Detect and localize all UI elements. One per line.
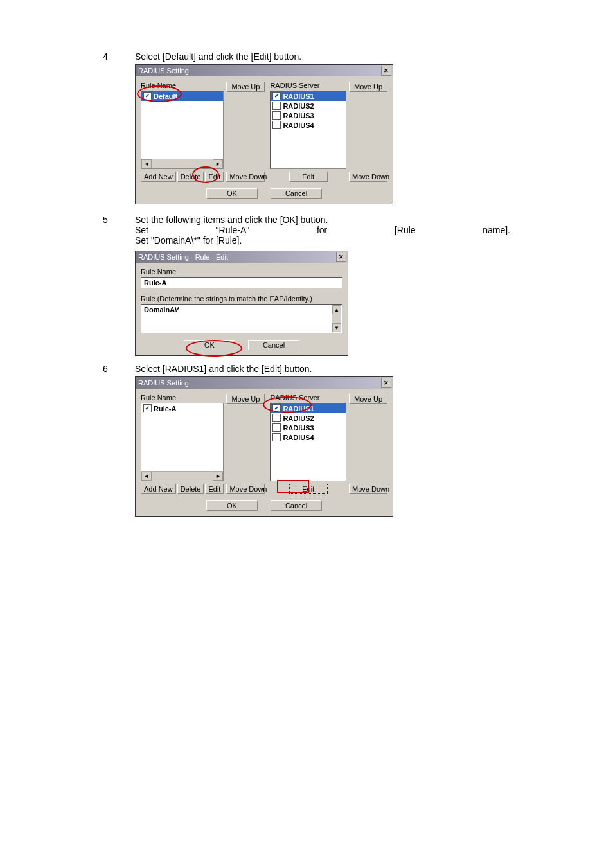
add-new-button[interactable]: Add New: [141, 484, 176, 494]
list-item[interactable]: RADIUS1: [271, 403, 346, 413]
move-down-button[interactable]: Move Down: [226, 172, 265, 182]
dialog3-title: RADIUS Setting: [138, 379, 189, 387]
rule-name-header: Rule Name: [141, 394, 224, 402]
move-down-button[interactable]: Move Down: [349, 172, 387, 182]
step6-text: Select [RADIUS1] and click the [Edit] bu…: [135, 364, 510, 374]
checkbox-icon[interactable]: [143, 92, 152, 100]
step4-text: Select [Default] and click the [Edit] bu…: [135, 51, 510, 62]
v-scrollbar[interactable]: ▲ ▼: [332, 305, 341, 332]
server-item-label: RADIUS1: [283, 93, 314, 100]
move-down-button[interactable]: Move Down: [226, 484, 265, 494]
titlebar: RADIUS Setting ✕: [136, 65, 393, 76]
radius-server-list[interactable]: RADIUS1 RADIUS2 RADIUS3: [270, 91, 346, 169]
server-item-label: RADIUS2: [283, 102, 314, 110]
checkbox-icon[interactable]: [272, 414, 281, 422]
server-item-label: RADIUS3: [283, 112, 314, 120]
move-down-button[interactable]: Move Down: [349, 484, 387, 494]
move-up-button[interactable]: Move Up: [226, 82, 265, 92]
server-item-label: RADIUS3: [283, 424, 314, 432]
move-up-button[interactable]: Move Up: [349, 82, 387, 92]
checkbox-icon[interactable]: [272, 111, 281, 120]
server-item-label: RADIUS2: [283, 414, 314, 422]
checkbox-icon[interactable]: [272, 404, 281, 412]
step5-line2: Set "Rule-A" for [Rule name].: [135, 225, 510, 235]
checkbox-icon[interactable]: [272, 92, 281, 100]
edit-rule-button[interactable]: Edit: [205, 484, 224, 494]
text: Set: [135, 225, 148, 235]
text: "Rule-A": [216, 225, 250, 235]
server-item-label: RADIUS4: [283, 121, 314, 129]
text: [Rule: [395, 225, 416, 235]
scroll-right-icon[interactable]: ►: [213, 472, 223, 481]
rule-item-label: Rule-A: [154, 405, 176, 412]
radius-server-header: RADIUS Server: [270, 394, 346, 402]
text: for: [317, 225, 327, 235]
close-icon[interactable]: ✕: [381, 378, 391, 388]
radius-server-list[interactable]: RADIUS1 RADIUS2 RADIUS3: [270, 403, 346, 481]
rule-name-header: Rule Name: [141, 82, 224, 89]
rule-item-label: Default: [154, 93, 177, 100]
step5-number: 5: [103, 215, 135, 245]
move-up-button[interactable]: Move Up: [226, 394, 265, 404]
rule-name-label: Rule Name: [141, 268, 342, 276]
rule-textarea-value: DomainA\*: [144, 306, 180, 314]
cancel-button[interactable]: Cancel: [271, 188, 322, 199]
h-scrollbar[interactable]: ◄ ►: [141, 159, 223, 168]
rule-desc-label: Rule (Determine the strings to match the…: [141, 295, 342, 303]
step5-line3: Set "DomainA\*" for [Rule].: [135, 235, 510, 245]
checkbox-icon[interactable]: [272, 433, 281, 441]
scroll-left-icon[interactable]: ◄: [141, 159, 152, 168]
list-item[interactable]: Rule-A: [141, 403, 223, 413]
scroll-up-icon[interactable]: ▲: [332, 305, 341, 314]
h-scrollbar[interactable]: ◄ ►: [141, 471, 223, 481]
rule-name-input[interactable]: Rule-A: [141, 277, 342, 288]
rule-textarea[interactable]: DomainA\* ▲ ▼: [141, 304, 342, 333]
cancel-button[interactable]: Cancel: [271, 500, 322, 511]
highlight-box: [277, 480, 309, 493]
list-item[interactable]: RADIUS3: [271, 111, 346, 120]
cancel-button[interactable]: Cancel: [248, 340, 299, 350]
ok-button[interactable]: OK: [206, 500, 258, 511]
checkbox-icon[interactable]: [272, 121, 281, 129]
checkbox-icon[interactable]: [272, 102, 281, 110]
server-item-label: RADIUS1: [283, 405, 314, 412]
checkbox-icon[interactable]: [272, 423, 281, 432]
rule-name-list[interactable]: Default ◄ ►: [141, 91, 224, 169]
move-up-button[interactable]: Move Up: [349, 394, 387, 404]
add-new-button[interactable]: Add New: [141, 172, 176, 182]
ok-button[interactable]: OK: [206, 188, 258, 199]
list-item[interactable]: RADIUS3: [271, 423, 346, 432]
step5-intro: Set the following items and click the [O…: [135, 215, 510, 225]
delete-button[interactable]: Delete: [177, 172, 204, 182]
checkbox-icon[interactable]: [143, 404, 152, 412]
ok-button[interactable]: OK: [184, 340, 235, 350]
dialog1-title: RADIUS Setting: [138, 67, 189, 75]
radius-server-header: RADIUS Server: [270, 82, 346, 89]
text: name].: [483, 225, 510, 235]
edit-server-button[interactable]: Edit: [289, 172, 328, 182]
rule-name-list[interactable]: Rule-A ◄ ►: [141, 403, 224, 481]
edit-rule-button[interactable]: Edit: [205, 172, 224, 182]
rule-edit-dialog: RADIUS Setting - Rule - Edit ✕ Rule Name…: [135, 251, 348, 356]
scroll-right-icon[interactable]: ►: [213, 159, 223, 168]
server-item-label: RADIUS4: [283, 434, 314, 441]
titlebar: RADIUS Setting - Rule - Edit ✕: [136, 251, 348, 263]
dialog2-title: RADIUS Setting - Rule - Edit: [138, 253, 228, 261]
step4-number: 4: [103, 51, 135, 62]
list-item[interactable]: RADIUS2: [271, 101, 346, 111]
scroll-down-icon[interactable]: ▼: [332, 323, 341, 332]
list-item[interactable]: RADIUS4: [271, 120, 346, 130]
close-icon[interactable]: ✕: [381, 66, 391, 76]
list-item[interactable]: RADIUS4: [271, 432, 346, 442]
list-item[interactable]: Default: [141, 91, 223, 101]
delete-button[interactable]: Delete: [177, 484, 204, 494]
list-item[interactable]: RADIUS1: [271, 91, 346, 101]
list-item[interactable]: RADIUS2: [271, 413, 346, 423]
scroll-left-icon[interactable]: ◄: [141, 472, 152, 481]
step6-number: 6: [103, 364, 135, 374]
radius-setting-dialog-2: RADIUS Setting ✕ Rule Name Rule-A: [135, 376, 393, 517]
titlebar: RADIUS Setting ✕: [136, 377, 393, 389]
close-icon[interactable]: ✕: [336, 252, 346, 262]
radius-setting-dialog-1: RADIUS Setting ✕ Rule Name Default: [135, 64, 393, 204]
